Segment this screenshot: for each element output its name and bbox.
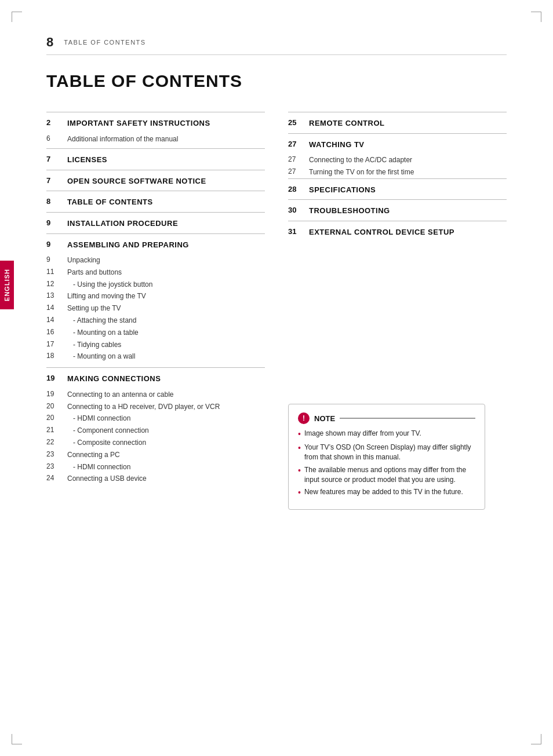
list-item: 23 Connecting a PC — [46, 449, 265, 461]
toc-sublabel-6: Additional information of the manual — [67, 134, 178, 144]
page-header: 8 TABLE OF CONTENTS — [46, 35, 507, 55]
toc-num-9a: 9 — [46, 218, 67, 227]
list-item: 20 Connecting to a HD receiver, DVD play… — [46, 401, 265, 413]
toc-section-7b: 7 OPEN SOURCE SOFTWARE NOTICE — [46, 170, 265, 191]
toc-left-column: 2 IMPORTANT SAFETY INSTRUCTIONS 6 Additi… — [46, 112, 265, 510]
toc-section-25: 25 REMOTE CONTROL — [288, 112, 507, 133]
page-main-title: TABLE OF CONTENTS — [46, 71, 507, 91]
note-item-3: • The available menus and options may di… — [298, 465, 475, 485]
toc-heading-7b: OPEN SOURCE SOFTWARE NOTICE — [67, 176, 206, 187]
toc-section-2: 2 IMPORTANT SAFETY INSTRUCTIONS — [46, 112, 265, 133]
list-item: 13 Lifting and moving the TV — [46, 290, 265, 302]
toc-num-8: 8 — [46, 197, 67, 206]
note-item-4: • New features may be added to this TV i… — [298, 487, 475, 499]
toc-num-7b: 7 — [46, 176, 67, 185]
toc-section-7a: 7 LICENSES — [46, 148, 265, 170]
toc-heading-9a: INSTALLATION PROCEDURE — [67, 218, 178, 229]
list-item: 12 - Using the joystick button — [46, 279, 265, 291]
toc-num-28: 28 — [288, 185, 309, 193]
toc-section-28: 28 SPECIFICATIONS — [288, 178, 507, 200]
list-item: 20 - HDMI connection — [46, 412, 265, 425]
toc-heading-9b: ASSEMBLING AND PREPARING — [67, 240, 189, 250]
toc-heading-25: REMOTE CONTROL — [309, 118, 385, 129]
corner-mark-tl — [12, 12, 22, 22]
note-title: NOTE — [314, 413, 335, 425]
toc-section-8: 8 TABLE OF CONTENTS — [46, 191, 265, 212]
english-tab: ENGLISH — [0, 261, 14, 309]
toc-section-31: 31 EXTERNAL CONTROL DEVICE SETUP — [288, 221, 507, 242]
list-item: 27 Connecting to the AC/DC adapter — [288, 154, 507, 166]
note-text-1: Image shown may differ from your TV. — [304, 429, 475, 439]
toc-heading-8: TABLE OF CONTENTS — [67, 197, 153, 207]
corner-mark-br — [531, 734, 541, 744]
list-item: 9 Unpacking — [46, 254, 265, 266]
toc-columns: 2 IMPORTANT SAFETY INSTRUCTIONS 6 Additi… — [46, 112, 507, 510]
list-item: 14 - Attaching the stand — [46, 315, 265, 327]
list-item: 22 - Composite connection — [46, 437, 265, 449]
toc-num-25: 25 — [288, 118, 309, 127]
toc-section-27: 27 WATCHING TV 27 Connecting to the AC/D… — [288, 133, 507, 178]
note-icon: ! — [298, 412, 310, 424]
page: ENGLISH 8 TABLE OF CONTENTS TABLE OF CON… — [0, 0, 553, 756]
corner-mark-tr — [531, 12, 541, 22]
toc-num-30: 30 — [288, 206, 309, 214]
note-text-4: New features may be added to this TV in … — [304, 487, 475, 497]
list-item: 19 Connecting to an antenna or cable — [46, 389, 265, 401]
list-item: 24 Connecting a USB device — [46, 473, 265, 485]
toc-section-19: 19 MAKING CONNECTIONS 19 Connecting to a… — [46, 367, 265, 485]
note-box: ! NOTE • Image shown may differ from you… — [288, 404, 485, 510]
toc-num-2: 2 — [46, 118, 67, 127]
toc-num-7a: 7 — [46, 155, 67, 163]
note-item-2: • Your TV’s OSD (On Screen Display) may … — [298, 443, 475, 463]
note-text-2: Your TV’s OSD (On Screen Display) may di… — [304, 443, 475, 463]
toc-section-30: 30 TROUBLESHOOTING — [288, 199, 507, 221]
list-item: 16 - Mounting on a table — [46, 327, 265, 339]
list-item: 21 - Component connection — [46, 425, 265, 437]
toc-heading-30: TROUBLESHOOTING — [309, 206, 390, 216]
toc-num-31: 31 — [288, 227, 309, 236]
list-item: 27 Turning the TV on for the first time — [288, 166, 507, 178]
list-item: 17 - Tidying cables — [46, 339, 265, 351]
toc-heading-28: SPECIFICATIONS — [309, 185, 376, 195]
toc-section-9a: 9 INSTALLATION PROCEDURE — [46, 212, 265, 233]
toc-heading-7a: LICENSES — [67, 155, 107, 165]
toc-section-6: 6 Additional information of the manual — [46, 133, 265, 145]
toc-heading-31: EXTERNAL CONTROL DEVICE SETUP — [309, 227, 454, 238]
toc-right-column: 25 REMOTE CONTROL 27 WATCHING TV 27 Conn… — [288, 112, 507, 510]
toc-section-9b: 9 ASSEMBLING AND PREPARING 9 Unpacking 1… — [46, 233, 265, 363]
toc-num-9b: 9 — [46, 240, 67, 249]
list-item: 14 Setting up the TV — [46, 302, 265, 315]
toc-subnum-6: 6 — [46, 134, 67, 143]
toc-num-19: 19 — [46, 374, 67, 382]
toc-heading-27: WATCHING TV — [309, 140, 365, 150]
page-header-title: TABLE OF CONTENTS — [64, 39, 145, 46]
toc-heading-2: IMPORTANT SAFETY INSTRUCTIONS — [67, 118, 210, 129]
note-text-3: The available menus and options may diff… — [304, 465, 475, 485]
corner-mark-bl — [12, 734, 22, 744]
page-number: 8 — [46, 35, 53, 50]
note-item-1: • Image shown may differ from your TV. — [298, 429, 475, 440]
toc-num-27: 27 — [288, 140, 309, 148]
toc-heading-19: MAKING CONNECTIONS — [67, 374, 161, 384]
list-item: 11 Parts and buttons — [46, 266, 265, 279]
list-item: 18 - Mounting on a wall — [46, 350, 265, 363]
list-item: 23 - HDMI connection — [46, 461, 265, 473]
note-header: ! NOTE — [298, 412, 475, 424]
